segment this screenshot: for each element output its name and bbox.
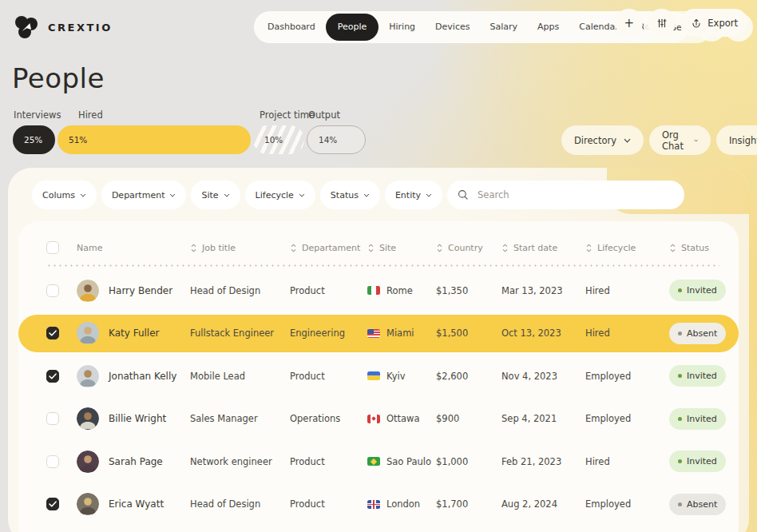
start-date-cell: Mar 13, 2023 [501, 285, 585, 296]
start-date-cell: Aug 2, 2024 [501, 498, 585, 510]
stat-pill-hired: 51% [57, 125, 251, 154]
row-checkbox[interactable] [46, 455, 59, 468]
select-all-checkbox[interactable] [46, 241, 59, 254]
avatar [77, 451, 99, 473]
chevron-down-icon [624, 138, 631, 143]
row-checkbox[interactable] [46, 284, 59, 297]
filter-department[interactable]: Department [101, 181, 187, 209]
avatar [77, 365, 99, 387]
stat-label-project-time: Project time [260, 109, 315, 121]
sort-icon[interactable] [436, 244, 443, 252]
tab-devices[interactable]: Devices [426, 14, 479, 41]
table-row[interactable]: Erica Wyatt Head of Design Product Londo… [46, 483, 719, 526]
tab-dashboard[interactable]: Dashboard [258, 14, 325, 41]
row-checkbox[interactable] [46, 412, 59, 425]
lifecycle-cell: Employed [585, 413, 669, 424]
sort-icon[interactable] [669, 244, 676, 252]
chevron-down-icon [426, 193, 432, 197]
stat-pill-interviews: 25% [13, 125, 55, 154]
table-row[interactable]: Harry Bender Head of Design Product Rome… [46, 269, 719, 312]
check-icon [49, 373, 57, 379]
status-dot-icon [678, 288, 682, 292]
start-date-cell: Nov 4, 2023 [501, 371, 585, 382]
row-checkbox[interactable] [46, 327, 59, 339]
usa-flag-icon [367, 329, 380, 338]
department-cell: Product [290, 456, 367, 467]
avatar [77, 493, 99, 515]
row-checkbox[interactable] [46, 370, 59, 383]
country-cell: $1,000 [436, 456, 501, 467]
job-title-cell: Fullstack Engineer [190, 328, 290, 339]
department-cell: Product [290, 371, 367, 382]
tab-salary[interactable]: Salary [480, 14, 527, 41]
country-cell: $1,350 [436, 285, 501, 296]
lifecycle-cell: Hired [585, 285, 669, 296]
filter-entity[interactable]: Entity [385, 181, 442, 209]
chevron-down-icon [694, 138, 698, 143]
table-header: Name Job title Departament Site Country … [46, 234, 719, 261]
lifecycle-cell: Hired [585, 328, 669, 339]
brand-logo[interactable]: CREXTIO [13, 14, 113, 41]
canada-flag-icon [367, 415, 380, 423]
filter-site[interactable]: Site [191, 181, 240, 209]
country-cell: $900 [436, 413, 501, 424]
status-badge: Invited [669, 451, 726, 472]
table-row[interactable]: Jonathan Kelly Mobile Lead Product Kyiv … [46, 355, 719, 398]
job-title-cell: Network engineer [190, 456, 290, 467]
export-icon [691, 18, 702, 29]
filter-columns[interactable]: Colums [32, 181, 97, 209]
sliders-icon [656, 18, 668, 29]
view-options-button[interactable] [648, 9, 676, 37]
sort-icon[interactable] [367, 244, 375, 252]
export-button[interactable]: Export [680, 9, 748, 37]
table-row[interactable]: Sarah Page Network engineer Product Sao … [46, 440, 719, 483]
add-button[interactable]: + [615, 9, 643, 37]
site-cell: Rome [386, 285, 413, 296]
stat-pill-project-time: 10% [253, 125, 304, 154]
sort-icon[interactable] [190, 244, 197, 252]
tab-people[interactable]: People [326, 14, 379, 41]
column-status: Status [681, 243, 709, 253]
site-cell: Ottawa [386, 413, 420, 424]
ukraine-flag-icon [367, 371, 380, 380]
export-label: Export [707, 18, 738, 29]
people-table: Name Job title Departament Site Country … [18, 221, 739, 532]
directory-button[interactable]: Directory [561, 125, 644, 155]
column-lifecycle: Lifecycle [597, 243, 636, 253]
column-country: Country [448, 243, 483, 253]
uk-flag-icon [367, 500, 380, 509]
employee-name: Sarah Page [109, 456, 163, 467]
search-input[interactable] [476, 189, 674, 201]
status-badge: Invited [669, 280, 726, 301]
site-cell: Miami [386, 328, 414, 339]
tab-hiring[interactable]: Hiring [379, 14, 425, 41]
avatar [77, 280, 99, 302]
table-row[interactable]: Katy Fuller Fullstack Engineer Engineeri… [18, 315, 739, 353]
row-checkbox[interactable] [46, 498, 59, 510]
department-cell: Engineering [290, 328, 367, 339]
sort-icon[interactable] [501, 244, 509, 252]
page-title: People [12, 62, 105, 94]
plus-icon: + [624, 16, 635, 30]
header-divider [46, 264, 719, 267]
tab-apps[interactable]: Apps [528, 14, 569, 41]
org-chat-button[interactable]: Org Chat [649, 125, 711, 155]
start-date-cell: Sep 4, 2021 [501, 413, 585, 424]
brand-name: CREXTIO [48, 22, 113, 34]
avatar [77, 322, 99, 344]
sort-icon[interactable] [585, 244, 593, 252]
insights-button[interactable]: Insights [716, 125, 757, 155]
job-title-cell: Head of Design [190, 285, 290, 296]
filter-status[interactable]: Status [320, 181, 380, 209]
table-row[interactable]: Billie Wright Sales Manager Operations O… [46, 398, 719, 441]
quick-actions: Directory Org Chat Insights [561, 125, 757, 155]
chevron-down-icon [80, 193, 86, 197]
filter-lifecycle[interactable]: Lifecycle [245, 181, 315, 209]
sort-icon[interactable] [290, 244, 297, 252]
brazil-flag-icon [367, 457, 380, 466]
country-cell: $1,500 [436, 328, 501, 339]
status-badge: Absent [669, 494, 726, 515]
lifecycle-cell: Employed [585, 498, 669, 510]
stat-label-hired: Hired [78, 109, 103, 121]
search-box [447, 181, 684, 209]
